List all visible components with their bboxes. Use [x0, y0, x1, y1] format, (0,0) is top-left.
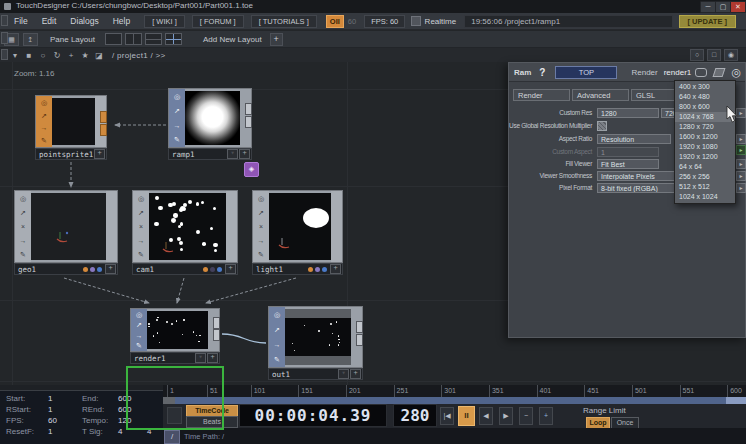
menu-item[interactable]: File [14, 16, 28, 26]
node-flag-icon[interactable]: ↗ [41, 112, 47, 119]
node-nameplate[interactable]: ramp1 ▾+ [168, 148, 252, 160]
pickable-flag-dot[interactable] [97, 267, 102, 272]
timeline-setting-text[interactable]: T Sig: [82, 427, 103, 436]
upload-icon[interactable]: ↥ [23, 33, 38, 46]
node-flag-icon[interactable]: → [174, 122, 181, 129]
node-flag-icon[interactable]: → [20, 237, 27, 244]
link-button[interactable]: [ WIKI ] [144, 15, 185, 28]
expand-plus-button[interactable]: + [105, 264, 116, 274]
step-forward-button[interactable]: + [539, 407, 553, 425]
minimize-button[interactable]: ─ [700, 1, 716, 13]
timeline-setting-text[interactable]: End: [82, 394, 98, 403]
node-flag-icon[interactable]: → [138, 237, 145, 244]
realtime-label[interactable]: Realtime [425, 17, 457, 26]
node-nameplate[interactable]: cam1 + [132, 263, 238, 275]
timeline-setting-text[interactable]: Tempo: [82, 416, 108, 425]
output-connector[interactable] [356, 321, 363, 333]
range-bar-right-cap[interactable] [726, 397, 746, 404]
node-geo1[interactable]: ◎↗×→✎ [14, 190, 118, 263]
timeline-setting-text[interactable]: 1 [48, 394, 52, 403]
comment-icon[interactable] [695, 68, 707, 77]
time-path-button[interactable]: / [164, 430, 180, 444]
node-flag-icon[interactable]: ↗ [136, 321, 142, 328]
lock-button[interactable]: ▾ [195, 353, 206, 363]
viewer-smoothness-menu[interactable]: Interpolate Pixels [597, 171, 675, 181]
node-flag-icon[interactable]: ◎ [41, 99, 47, 106]
menu-item[interactable]: Help [113, 16, 130, 26]
timeline-setting-text[interactable]: Start: [6, 394, 25, 403]
play-reverse-button[interactable]: ◀ [479, 407, 493, 425]
node-nameplate[interactable]: out1 ▾+ [268, 368, 363, 380]
node-flag-icon[interactable]: ✎ [41, 137, 47, 144]
lock-button[interactable]: ▾ [338, 369, 349, 379]
window-edge-tab[interactable] [1, 15, 8, 26]
timeline-setting-text[interactable]: FPS: [6, 416, 24, 425]
breadcrumb-icon[interactable]: ○ [36, 51, 50, 60]
gear-icon[interactable]: ◎ [731, 67, 741, 78]
node-flag-icon[interactable]: ↗ [138, 209, 144, 216]
param-menu-button[interactable]: ▸ [736, 134, 746, 144]
layout-quad-button[interactable] [165, 33, 182, 45]
operator-name-label[interactable]: render1 [664, 68, 692, 77]
node-nameplate[interactable]: pointsprite1 + [35, 148, 107, 160]
fps-display[interactable]: FPS: 60 [364, 15, 405, 28]
custom-aspect-field[interactable]: 1 [597, 147, 659, 157]
resolution-option[interactable]: 1280 x 720 [675, 122, 735, 132]
expand-plus-button[interactable]: + [207, 353, 218, 363]
maximize-button[interactable]: ▢ [715, 1, 731, 13]
render-flag-dot[interactable] [203, 267, 208, 272]
param-menu-button[interactable]: ▸ [736, 145, 746, 155]
node-flag-icon[interactable]: ✎ [174, 136, 180, 143]
expand-plus-button[interactable]: + [239, 149, 250, 159]
resolution-option[interactable]: 512 x 512 [675, 182, 735, 192]
breadcrumb-icon[interactable]: ★ [78, 51, 92, 60]
timeline-ruler[interactable]: 151101151201251301351401451501551600 [163, 385, 746, 397]
output-connector[interactable] [100, 111, 107, 123]
node-ramp1[interactable]: ◎↗→✎ [168, 88, 252, 148]
tab-render[interactable]: Render [513, 89, 570, 101]
global-multiplier-checkbox[interactable] [597, 121, 607, 131]
layout-vsplit-button[interactable] [125, 33, 142, 45]
node-nameplate[interactable]: render1 ▾+ [130, 352, 220, 364]
node-flag-icon[interactable]: → [136, 332, 143, 339]
display-flag-dot[interactable] [90, 267, 95, 272]
pickable-flag-dot[interactable] [217, 267, 222, 272]
node-nameplate[interactable]: geo1 + [14, 263, 118, 275]
node-render1[interactable]: ◎↗→✎ [130, 308, 220, 352]
pane-control-icon[interactable]: □ [707, 49, 721, 61]
node-flag-icon[interactable]: ✎ [258, 251, 264, 258]
pause-button[interactable]: II [458, 406, 475, 426]
node-light1[interactable]: ◎↗×→✎ [252, 190, 343, 263]
expand-plus-button[interactable]: + [225, 264, 236, 274]
expand-plus-button[interactable]: + [94, 149, 105, 159]
resolution-option[interactable]: 64 x 64 [675, 162, 735, 172]
add-layout-button[interactable]: + [270, 33, 283, 46]
operator-family-badge[interactable]: TOP [555, 66, 617, 79]
output-connector[interactable] [245, 103, 252, 115]
output-connector[interactable] [213, 329, 220, 341]
timeline-setting-text[interactable]: RStart: [6, 405, 31, 414]
breadcrumb-icon[interactable]: + [64, 51, 78, 60]
expand-plus-button[interactable]: + [350, 369, 361, 379]
close-button[interactable]: ✕ [730, 1, 746, 13]
node-flag-icon[interactable]: ✎ [136, 342, 142, 349]
fill-viewer-menu[interactable]: Fit Best [597, 159, 659, 169]
render-flag-dot[interactable] [83, 267, 88, 272]
node-flag-icon[interactable]: × [139, 223, 143, 230]
display-flag-dot[interactable] [315, 267, 320, 272]
update-button[interactable]: [ UPDATE ] [679, 15, 736, 28]
breadcrumb-icon[interactable]: ↻ [50, 51, 64, 60]
timeline-setting-text[interactable]: 1 [48, 405, 52, 414]
layout-single-button[interactable] [105, 33, 122, 45]
window-edge-tab[interactable] [1, 32, 8, 44]
timeline-setting-text[interactable]: 60 [48, 416, 57, 425]
output-connector[interactable] [356, 334, 363, 346]
link-button[interactable]: [ FORUM ] [192, 15, 244, 28]
node-flag-icon[interactable]: ◎ [138, 195, 144, 202]
node-flag-icon[interactable]: ↗ [20, 209, 26, 216]
node-flag-icon[interactable]: → [41, 124, 48, 131]
resolution-option[interactable]: 256 x 256 [675, 172, 735, 182]
node-flag-icon[interactable]: × [259, 223, 263, 230]
resolution-option[interactable]: 1600 x 1200 [675, 132, 735, 142]
param-menu-button[interactable]: ▸ [736, 159, 746, 169]
